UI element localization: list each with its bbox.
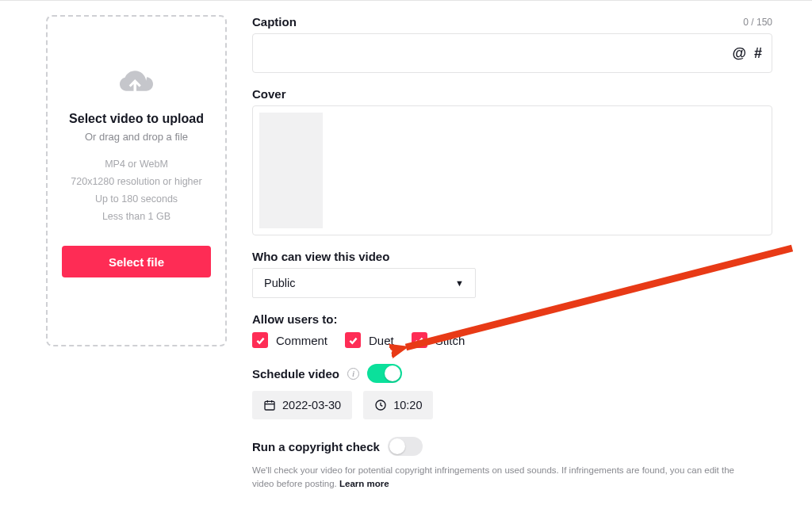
- privacy-label: Who can view this video: [252, 250, 772, 263]
- allow-label: Allow users to:: [252, 312, 772, 326]
- hashtag-icon[interactable]: #: [754, 45, 762, 62]
- stitch-checkbox[interactable]: [412, 332, 427, 348]
- schedule-label: Schedule video: [252, 367, 339, 381]
- cloud-upload-icon: [120, 69, 153, 98]
- caption-counter: 0 / 150: [743, 17, 772, 28]
- checkbox-label: Duet: [369, 334, 394, 347]
- schedule-date-picker[interactable]: 2022-03-30: [252, 391, 352, 419]
- schedule-time-value: 10:20: [393, 399, 422, 411]
- copyright-toggle[interactable]: [388, 437, 423, 456]
- select-file-button[interactable]: Select file: [62, 246, 211, 277]
- svg-rect-0: [265, 401, 274, 410]
- upload-dropzone[interactable]: Select video to upload Or drag and drop …: [46, 15, 227, 346]
- copyright-label: Run a copyright check: [252, 440, 380, 453]
- comment-checkbox[interactable]: [252, 332, 268, 348]
- upload-hint: MP4 or WebM: [105, 159, 168, 170]
- cover-thumbnail[interactable]: [259, 113, 323, 228]
- schedule-date-value: 2022-03-30: [282, 399, 341, 411]
- checkbox-label: Stitch: [435, 334, 465, 347]
- upload-hint: Less than 1 GB: [102, 211, 170, 222]
- upload-title: Select video to upload: [69, 112, 204, 126]
- copyright-description: We'll check your video for potential cop…: [252, 464, 752, 492]
- caption-input[interactable]: @ #: [252, 33, 772, 73]
- calendar-icon: [263, 399, 276, 411]
- learn-more-link[interactable]: Learn more: [339, 479, 389, 488]
- chevron-down-icon: ▼: [455, 278, 464, 288]
- schedule-toggle[interactable]: [367, 364, 402, 383]
- cover-label: Cover: [252, 87, 772, 101]
- upload-hint: 720x1280 resolution or higher: [71, 176, 201, 187]
- privacy-select[interactable]: Public ▼: [252, 268, 476, 298]
- cover-selector[interactable]: [252, 105, 772, 235]
- schedule-time-picker[interactable]: 10:20: [363, 391, 433, 419]
- clock-icon: [374, 399, 387, 411]
- mention-icon[interactable]: @: [732, 45, 746, 62]
- duet-checkbox[interactable]: [345, 332, 361, 348]
- info-icon[interactable]: i: [347, 368, 359, 380]
- privacy-value: Public: [264, 277, 296, 289]
- upload-hint: Up to 180 seconds: [95, 193, 178, 205]
- upload-subtitle: Or drag and drop a file: [85, 131, 188, 143]
- caption-label: Caption: [252, 15, 297, 29]
- checkbox-label: Comment: [276, 334, 327, 347]
